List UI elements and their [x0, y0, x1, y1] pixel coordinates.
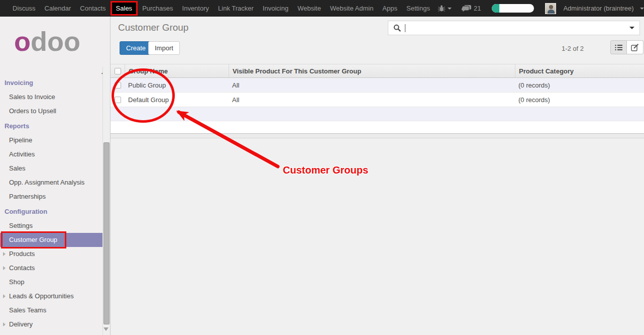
nav-item-discuss[interactable]: Discuss — [8, 0, 40, 17]
sidebar-item-label: Products — [9, 250, 35, 258]
section-configuration: Configuration — [0, 205, 102, 219]
nav-item-website[interactable]: Website — [293, 0, 326, 17]
column-header-group-name[interactable]: Group Name — [125, 64, 229, 77]
nav-item-website-admin[interactable]: Website Admin — [326, 0, 378, 17]
odoo-logo-accent: o — [14, 26, 31, 56]
nav-item-link-tracker[interactable]: Link Tracker — [213, 0, 258, 17]
column-header-visible-product[interactable]: Visible Product For This Customer Group — [229, 64, 515, 77]
select-all-checkbox[interactable] — [115, 68, 121, 74]
annotation-callout-label: Customer Groups — [283, 164, 368, 176]
top-navbar: Discuss Calendar Contacts Sales Purchase… — [0, 0, 644, 17]
sidebar-item-partnerships[interactable]: Partnerships — [0, 190, 102, 204]
sidebar-item-contacts[interactable]: Contacts — [0, 261, 102, 275]
row-checkbox-cell — [111, 82, 125, 89]
sidebar-scrollbar-thumb[interactable] — [103, 142, 110, 324]
form-view-button[interactable] — [627, 40, 643, 54]
sidebar-item-customer-group[interactable]: Customer Group — [0, 233, 102, 247]
chat-bubbles-icon — [462, 5, 472, 13]
message-count: 21 — [474, 5, 481, 12]
edit-pencil-icon — [631, 44, 639, 51]
sidebar-item-label: Contacts — [9, 264, 35, 272]
debug-menu[interactable] — [435, 5, 455, 12]
sidebar-scroll-down-icon[interactable] — [103, 327, 109, 331]
sidebar-item-opp-assignment-analysis[interactable]: Opp. Assignment Analysis — [0, 176, 102, 190]
sidebar-item-leads-opportunities[interactable]: Leads & Opportunities — [0, 289, 102, 303]
expand-arrow-icon — [3, 252, 6, 256]
table-header-row: Group Name Visible Product For This Cust… — [111, 64, 644, 78]
sidebar: odoo Invoicing Sales to Invoice Orders t… — [0, 17, 111, 335]
sidebar-item-activities[interactable]: Activities — [0, 147, 102, 161]
cell-visible-product: All — [229, 81, 515, 89]
search-text-cursor — [405, 24, 405, 32]
cell-product-category: (0 records) — [515, 81, 644, 89]
sidebar-item-sales-teams[interactable]: Sales Teams — [0, 303, 102, 317]
empty-filler-row — [111, 107, 644, 121]
sidebar-item-label: Leads & Opportunities — [9, 292, 74, 300]
nav-item-calendar[interactable]: Calendar — [40, 0, 76, 17]
systray: 21 Administrator (braintree) — [435, 3, 644, 14]
table-row[interactable]: Default Group All (0 records) — [111, 93, 644, 107]
empty-filler-row — [111, 121, 644, 134]
bug-icon — [438, 5, 446, 12]
sidebar-item-orders-to-upsell[interactable]: Orders to Upsell — [0, 104, 102, 118]
select-all-cell — [111, 64, 125, 77]
create-button[interactable]: Create — [120, 41, 152, 55]
search-dropdown-caret-icon[interactable] — [629, 27, 634, 29]
usage-progress-bar — [492, 4, 534, 13]
pager-range: 1-2 of 2 — [562, 45, 584, 52]
user-menu-caret-icon[interactable] — [640, 8, 644, 10]
main-content: Customer Group Create Import 1-2 of 2 — [111, 17, 644, 335]
sidebar-item-pipeline[interactable]: Pipeline — [0, 133, 102, 147]
section-invoicing: Invoicing — [0, 76, 102, 90]
messages-menu[interactable]: 21 — [459, 5, 484, 13]
sidebar-item-products[interactable]: Products — [0, 247, 102, 261]
cell-group-name: Public Group — [125, 81, 229, 89]
user-avatar[interactable] — [545, 3, 556, 14]
list-view-button[interactable] — [610, 40, 627, 54]
sidebar-item-sales-to-invoice[interactable]: Sales to Invoice — [0, 90, 102, 104]
cell-visible-product: All — [229, 96, 515, 104]
odoo-logo-rest: doo — [31, 26, 80, 56]
page-title: Customer Group — [118, 22, 188, 33]
search-bar[interactable] — [388, 21, 640, 35]
nav-item-inventory[interactable]: Inventory — [178, 0, 213, 17]
table-bottom-strip — [111, 134, 644, 138]
usage-progress-fill — [492, 4, 499, 13]
search-icon — [393, 24, 401, 32]
nav-item-sales-active[interactable]: Sales — [111, 1, 138, 16]
nav-item-settings[interactable]: Settings — [402, 0, 435, 17]
nav-item-contacts[interactable]: Contacts — [75, 0, 110, 17]
column-header-product-category[interactable]: Product Category — [515, 64, 644, 77]
sidebar-item-shop[interactable]: Shop — [0, 275, 102, 289]
sidebar-menu: Invoicing Sales to Invoice Orders to Ups… — [0, 71, 102, 335]
row-checkbox[interactable] — [115, 82, 121, 89]
sidebar-item-settings[interactable]: Settings — [0, 219, 102, 233]
sidebar-item-delivery[interactable]: Delivery — [0, 317, 102, 331]
cell-group-name: Default Group — [125, 96, 229, 104]
list-view-icon — [615, 44, 623, 51]
cell-product-category: (0 records) — [515, 96, 644, 104]
nav-item-purchases[interactable]: Purchases — [138, 0, 177, 17]
nav-item-apps[interactable]: Apps — [378, 0, 402, 17]
row-checkbox-cell — [111, 97, 125, 103]
section-reports: Reports — [0, 119, 102, 133]
sidebar-scrollbar[interactable] — [102, 67, 110, 335]
expand-arrow-icon — [3, 266, 6, 270]
expand-arrow-icon — [3, 294, 6, 298]
import-button[interactable]: Import — [148, 41, 180, 55]
customer-group-list: Group Name Visible Product For This Cust… — [111, 64, 644, 138]
odoo-app-window: Discuss Calendar Contacts Sales Purchase… — [0, 0, 644, 335]
odoo-logo: odoo — [14, 28, 110, 55]
user-menu-label[interactable]: Administrator (braintree) — [563, 5, 633, 12]
expand-arrow-icon — [3, 322, 6, 326]
sidebar-item-sales[interactable]: Sales — [0, 161, 102, 176]
view-switcher — [610, 40, 643, 54]
table-row[interactable]: Public Group All (0 records) — [111, 78, 644, 93]
nav-item-invoicing[interactable]: Invoicing — [258, 0, 293, 17]
sidebar-item-label: Delivery — [9, 320, 33, 328]
row-checkbox[interactable] — [115, 97, 121, 103]
chevron-down-icon — [448, 8, 452, 10]
